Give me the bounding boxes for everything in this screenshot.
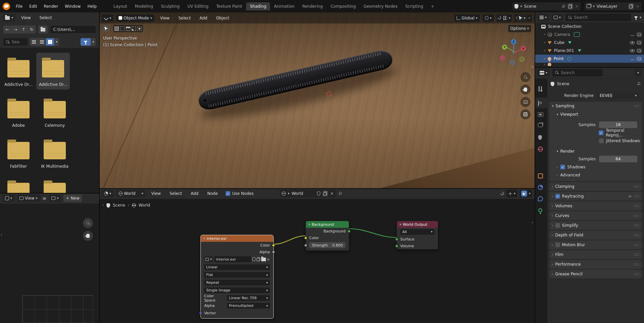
filter-type-dropdown[interactable]: ▾ (551, 14, 563, 21)
add-workspace-button[interactable]: + (427, 2, 438, 10)
path-field[interactable]: C:\Users\... (50, 26, 96, 33)
axis-y-negative[interactable] (519, 57, 524, 62)
render-samples-slider[interactable]: 64 (599, 156, 637, 162)
browse-world-dropdown[interactable]: ▾ (288, 192, 289, 195)
new-viewlayer-button[interactable] (628, 3, 634, 9)
viewport-ortho-button[interactable] (520, 109, 531, 119)
create-folder-button[interactable] (38, 25, 48, 34)
collapse-arrow-icon[interactable]: ‹ (532, 64, 533, 69)
scene-name[interactable]: Scene (524, 4, 559, 9)
display-mode-dropdown[interactable]: ▾ (537, 14, 549, 21)
extension-dropdown[interactable]: Repeat▾ (204, 280, 270, 285)
divider[interactable] (535, 67, 644, 68)
menu-select[interactable]: Select (167, 191, 185, 196)
thumbnail-view-button[interactable] (46, 38, 54, 46)
snap-dropdown[interactable]: ▾ (509, 16, 510, 20)
active-tool-button[interactable] (102, 25, 110, 32)
pivot-dropdown[interactable]: ▾ (482, 14, 494, 22)
node-header[interactable]: ▾Background (306, 221, 349, 228)
disable-render-icon[interactable] (637, 41, 641, 44)
overlays-dropdown[interactable]: ▾ (529, 192, 531, 195)
panel-volumes[interactable]: ›Volumes∷∷ (549, 202, 642, 210)
panel-curves[interactable]: ›Curves∷∷ (549, 211, 642, 220)
divider[interactable] (99, 188, 535, 189)
filter-button[interactable] (81, 38, 91, 46)
shadows-checkbox[interactable]: ✓ (560, 165, 565, 169)
outliner-row-camera[interactable]: › Camera (535, 31, 644, 39)
expand-icon[interactable]: › (544, 33, 545, 36)
axis-y-positive[interactable]: Y (502, 45, 507, 50)
menu-view[interactable]: View (148, 191, 164, 196)
panel-simplify[interactable]: ›Simplify∷∷ (549, 221, 642, 230)
select-mode-subtract[interactable] (126, 26, 130, 31)
node-background[interactable]: ▾Background Background Color Strength0.8… (306, 221, 349, 251)
node-canvas[interactable] (99, 199, 535, 323)
select-mode-invert[interactable] (132, 26, 136, 31)
expand-icon[interactable]: › (544, 49, 545, 52)
menu-file[interactable]: File (13, 4, 26, 9)
folder-tile[interactable]: Addictive Dr... (4, 55, 33, 87)
snap-magnet-icon[interactable] (497, 16, 502, 20)
menu-select[interactable]: Select (175, 16, 194, 20)
collapse-arrow-icon[interactable]: › (102, 204, 104, 207)
outliner-filter-button[interactable]: ▾ (634, 16, 641, 19)
tab-compositing[interactable]: Compositing (327, 2, 359, 10)
divider[interactable] (535, 12, 535, 323)
remove-viewlayer-button[interactable]: × (636, 4, 639, 9)
menu-node[interactable]: Node (204, 191, 221, 196)
axis-x-positive[interactable]: X (521, 46, 526, 51)
output-target-dropdown[interactable]: All▾ (400, 229, 434, 235)
pan-tool-button[interactable] (83, 231, 93, 241)
forward-button[interactable]: → (11, 26, 19, 33)
zoom-tool-button[interactable] (83, 218, 93, 228)
snap-magnet-icon[interactable] (500, 191, 504, 196)
menu-select[interactable]: Select (37, 15, 55, 20)
divider[interactable] (0, 193, 99, 194)
outliner-search-input[interactable]: Search (565, 14, 631, 21)
advanced-row[interactable]: ›Advanced (549, 171, 642, 179)
panel-grease-pencil[interactable]: ›Grease Pencil∷∷ (549, 270, 642, 278)
folder-tile[interactable] (44, 183, 66, 193)
image-browse-dropdown[interactable]: ▾ (204, 256, 213, 262)
temporal-reprojection-checkbox[interactable]: ✓ (599, 130, 603, 135)
projection-dropdown[interactable]: Flat▾ (204, 272, 270, 278)
snap-grid-icon[interactable] (508, 192, 512, 196)
filter-settings-dropdown[interactable]: ▾ (91, 38, 96, 46)
tab-texture-paint[interactable]: Texture Paint (213, 2, 246, 10)
world-name[interactable]: World (291, 191, 315, 196)
panel-performance[interactable]: ›Performance∷∷ (549, 260, 642, 269)
panel-raytracing[interactable]: ›✓Raytracing≡∷∷ (549, 192, 642, 201)
viewlayer-name[interactable]: ViewLayer (597, 4, 626, 9)
socket-volume-input[interactable] (395, 245, 398, 248)
transform-orientation-dropdown[interactable]: Global▾ (454, 14, 480, 22)
tab-object[interactable] (538, 173, 543, 178)
tab-rendering[interactable]: Rendering (298, 2, 326, 10)
tab-constraints[interactable] (538, 196, 543, 201)
subpanel-viewport-header[interactable]: ▾Viewport (549, 110, 642, 118)
tab-shading[interactable]: Shading (246, 2, 270, 10)
menu-render[interactable]: Render (41, 4, 61, 9)
divider[interactable] (99, 12, 100, 323)
image-datablock-dropdown[interactable]: ▾ (49, 195, 61, 202)
hide-eye-icon[interactable] (630, 34, 635, 36)
socket-background-output[interactable] (348, 230, 351, 233)
folder-tile[interactable]: Celemony (40, 96, 69, 128)
outliner-row-point-selected[interactable]: › Point (535, 55, 644, 63)
snap-dropdown[interactable]: ▾ (514, 192, 515, 195)
tab-output[interactable] (538, 112, 543, 117)
menu-help[interactable]: Help (84, 4, 99, 9)
visibility-eye-icon[interactable] (519, 16, 522, 20)
back-button[interactable]: ← (3, 26, 11, 33)
view-menu-button[interactable]: View▾ (17, 195, 40, 202)
navigation-gizmo[interactable]: Z Y X (495, 33, 532, 70)
options-button[interactable]: Options▾ (508, 25, 531, 32)
copy-icon[interactable] (257, 257, 260, 261)
expand-icon[interactable]: › (544, 41, 545, 44)
expand-icon[interactable]: › (544, 57, 545, 60)
folder-tile[interactable]: Adobe (4, 96, 33, 128)
tab-render-active[interactable] (535, 98, 547, 108)
node-world-output[interactable]: ▾World Output All▾ Surface Volume (397, 221, 438, 250)
up-button[interactable]: ↑ (19, 26, 28, 33)
disable-render-icon[interactable] (637, 57, 641, 60)
select-mode-extend[interactable] (120, 26, 125, 31)
